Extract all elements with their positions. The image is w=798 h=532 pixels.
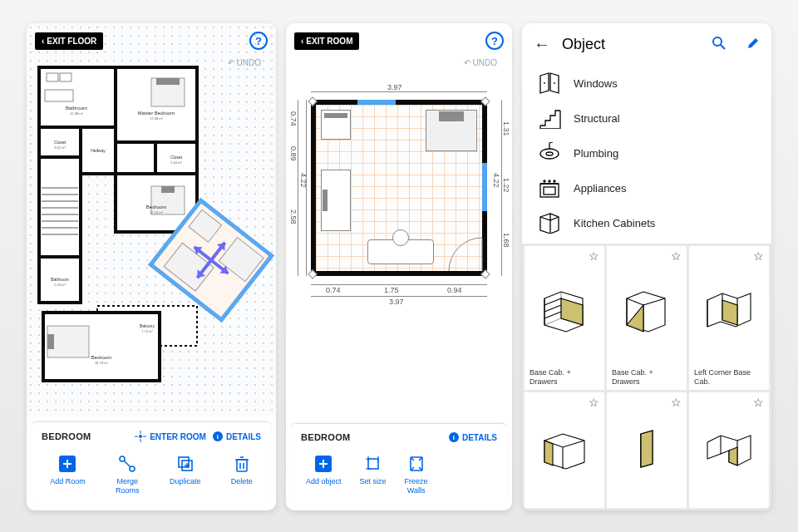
svg-text:Bedroom: Bedroom [146, 204, 166, 209]
favorite-icon[interactable]: ☆ [589, 249, 599, 263]
cabinet-icon [537, 211, 562, 234]
object-tile[interactable]: ☆ [689, 392, 769, 508]
floor-canvas[interactable]: ‹ EXIT FLOOR ? ↶ UNDO [27, 23, 276, 416]
svg-text:16.73 m²: 16.73 m² [95, 361, 108, 365]
svg-text:1.44 m²: 1.44 m² [170, 160, 182, 165]
add-room-button[interactable]: Add Room [50, 454, 86, 495]
search-icon[interactable] [712, 36, 727, 54]
room-plan [311, 100, 487, 276]
svg-point-68 [546, 152, 553, 155]
room-editor-screen: ‹ EXIT ROOM ? ↶ UNDO [286, 23, 512, 510]
category-appliances[interactable]: Appliances [522, 170, 771, 205]
exit-room-button[interactable]: ‹ EXIT ROOM [294, 32, 359, 50]
svg-text:5.20 m²: 5.20 m² [54, 283, 66, 287]
object-grid: ☆ Base Cab. + Drawers ☆ Base Cab. + Draw… [522, 244, 771, 510]
svg-rect-5 [116, 142, 155, 174]
svg-rect-13 [60, 73, 71, 81]
svg-rect-61 [368, 459, 378, 469]
object-header: ← Object [522, 23, 771, 62]
svg-point-72 [549, 180, 550, 182]
svg-point-63 [713, 37, 722, 46]
object-tile[interactable]: ☆ Base Cab. + Drawers [607, 246, 687, 390]
object-browser-screen: ← Object Windows Structural Plumbing App… [522, 23, 771, 510]
undo-button[interactable]: ↶ UNDO [228, 58, 261, 67]
undo-icon: ↶ [464, 58, 470, 67]
duplicate-button[interactable]: Duplicate [170, 454, 201, 495]
object-tile[interactable]: ☆ Left Corner Base Cab. [689, 246, 769, 390]
svg-text:Closet: Closet [54, 140, 66, 145]
details-button[interactable]: i DETAILS [449, 432, 497, 442]
svg-point-67 [540, 149, 559, 159]
svg-rect-59 [237, 460, 247, 471]
room-canvas[interactable]: ‹ EXIT ROOM ? ↶ UNDO [286, 23, 512, 418]
svg-text:Closet: Closet [170, 155, 183, 160]
help-icon[interactable]: ? [249, 32, 268, 50]
favorite-icon[interactable]: ☆ [753, 249, 764, 263]
svg-text:Hallway: Hallway [91, 148, 106, 153]
svg-rect-7 [39, 157, 81, 257]
floor-bottom-panel: BEDROOM ENTER ROOM i DETAILS Add Room Me… [32, 421, 271, 505]
svg-line-64 [721, 45, 725, 49]
category-kitchen-cabinets[interactable]: Kitchen Cabinets [522, 205, 771, 240]
help-icon[interactable]: ? [485, 32, 504, 50]
panel-title: BEDROOM [42, 431, 128, 441]
category-windows[interactable]: Windows [522, 66, 771, 101]
chevron-left-icon: ‹ [301, 37, 303, 46]
svg-text:Bedroom: Bedroom [91, 355, 111, 360]
page-title: Object [562, 36, 692, 53]
room-topbar: ‹ EXIT ROOM ? [294, 32, 504, 50]
svg-point-71 [544, 180, 545, 182]
info-icon: i [213, 431, 223, 441]
object-tile[interactable]: ☆ Base Cab. + Drawers [525, 246, 604, 390]
back-icon[interactable]: ← [534, 35, 550, 54]
merge-rooms-button[interactable]: Merge Rooms [116, 454, 140, 495]
object-tile[interactable]: ☆ [607, 392, 687, 508]
edit-icon[interactable] [746, 37, 760, 53]
sink-icon [537, 141, 562, 165]
target-icon [135, 431, 146, 442]
enter-room-button[interactable]: ENTER ROOM [135, 431, 206, 442]
undo-icon: ↶ [228, 58, 234, 67]
svg-rect-70 [544, 187, 555, 195]
svg-text:Bathroom: Bathroom [51, 277, 69, 282]
svg-text:3.62 m²: 3.62 m² [54, 145, 66, 150]
object-tile[interactable]: ☆ [525, 392, 604, 508]
svg-text:7.74 m²: 7.74 m² [141, 329, 153, 333]
svg-point-73 [554, 180, 555, 182]
category-structural[interactable]: Structural [522, 101, 771, 135]
favorite-icon[interactable]: ☆ [589, 396, 599, 409]
add-object-button[interactable]: Add object [306, 454, 342, 495]
svg-text:Balcony: Balcony [140, 323, 155, 328]
panel-title: BEDROOM [301, 432, 442, 442]
set-size-button[interactable]: Set size [360, 454, 387, 495]
svg-point-49 [139, 435, 142, 438]
favorite-icon[interactable]: ☆ [671, 396, 682, 409]
svg-text:12.14 m²: 12.14 m² [150, 210, 163, 214]
info-icon: i [449, 432, 459, 442]
floor-topbar: ‹ EXIT FLOOR ? [35, 32, 268, 50]
svg-rect-15 [156, 78, 180, 85]
stove-icon [537, 176, 562, 200]
chevron-left-icon: ‹ [42, 37, 44, 46]
category-plumbing[interactable]: Plumbing [522, 135, 771, 170]
stairs-icon [537, 106, 562, 130]
window-icon [537, 71, 562, 95]
svg-text:Bathroom: Bathroom [66, 106, 87, 111]
category-list: Windows Structural Plumbing Appliances K… [522, 62, 771, 244]
room-bottom-panel: BEDROOM i DETAILS Add object Set size Fr… [291, 423, 507, 505]
svg-text:12.48 m²: 12.48 m² [70, 111, 83, 116]
favorite-icon[interactable]: ☆ [671, 249, 682, 263]
floor-editor-screen: ‹ EXIT FLOOR ? ↶ UNDO [27, 23, 276, 510]
svg-text:Master Bedroom: Master Bedroom [138, 111, 175, 116]
delete-button[interactable]: Delete [231, 454, 253, 495]
svg-rect-11 [45, 90, 73, 101]
freeze-walls-button[interactable]: Freeze Walls [405, 454, 428, 495]
svg-rect-12 [47, 73, 58, 81]
undo-button[interactable]: ↶ UNDO [464, 58, 497, 67]
svg-rect-17 [161, 186, 175, 193]
svg-rect-19 [47, 334, 54, 349]
details-button[interactable]: i DETAILS [213, 431, 261, 441]
svg-text:17.58 m²: 17.58 m² [150, 116, 163, 121]
exit-floor-button[interactable]: ‹ EXIT FLOOR [35, 32, 103, 50]
favorite-icon[interactable]: ☆ [753, 396, 764, 409]
